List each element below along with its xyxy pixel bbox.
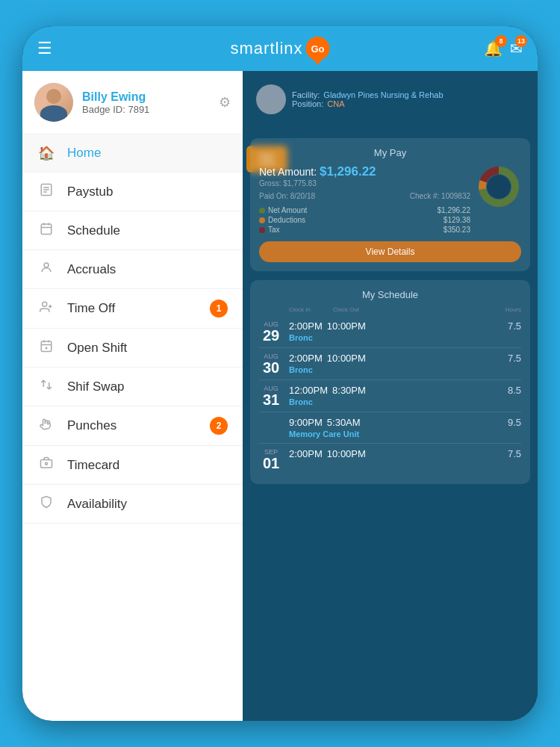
timecard-icon xyxy=(37,456,55,474)
check-num: Check #: 1009832 xyxy=(410,192,470,200)
unit-name: Bronc xyxy=(289,365,502,374)
open-shift-icon xyxy=(37,339,55,356)
hamburger-menu[interactable]: ☰ xyxy=(37,39,52,58)
schedule-icon xyxy=(37,222,55,239)
content-area: Billy Ewing Badge ID: 7891 ⚙ 🏠 Home xyxy=(22,71,538,721)
deduct-legend-value: $129.38 xyxy=(444,216,470,224)
svg-rect-12 xyxy=(41,341,52,352)
user-badge-id: Badge ID: 7891 xyxy=(82,104,210,115)
sched-times: 2:00PM 10:00PM Bronc xyxy=(289,320,502,342)
clock-in: 12:00PM xyxy=(289,385,328,396)
sidebar-item-shif-swap[interactable]: Shif Swap xyxy=(22,368,243,406)
pay-legend: Net Amount $1,296.22 Deductions $129.38 xyxy=(259,206,470,234)
sched-times: 9:00PM 5:30AM Memory Care Unit xyxy=(289,417,502,438)
hours: 9.5 xyxy=(508,417,521,428)
svg-rect-4 xyxy=(41,224,52,235)
schedule-row: SEP 01 2:00PM 10:00PM 7.5 xyxy=(259,444,521,475)
schedule-card: My Schedule Clock In Clock Out Hours AUG xyxy=(250,280,530,484)
svg-point-19 xyxy=(46,462,48,465)
sidebar: Billy Ewing Badge ID: 7891 ⚙ 🏠 Home xyxy=(22,71,243,721)
position-value: CNA xyxy=(327,99,344,108)
sidebar-item-label: Accruals xyxy=(67,262,116,277)
top-bar: ☰ smartlinx Go 🔔 8 ✉ 13 xyxy=(22,26,538,71)
app-logo: smartlinx Go xyxy=(230,37,329,61)
home-icon: 🏠 xyxy=(37,145,55,161)
sched-times: 2:00PM 10:00PM Bronc xyxy=(289,353,502,374)
clock-out: 10:00PM xyxy=(327,320,366,332)
hours: 7.5 xyxy=(508,353,521,364)
schedule-row: AUG 31 12:00PM 8:30PM Bronc 8.5 xyxy=(259,380,521,412)
tax-dot xyxy=(259,227,265,233)
sidebar-item-home[interactable]: 🏠 Home xyxy=(22,134,243,173)
sched-times: 2:00PM 10:00PM xyxy=(289,448,502,459)
svg-point-23 xyxy=(487,175,511,199)
sidebar-item-label: Time Off xyxy=(67,301,115,316)
user-name: Billy Ewing xyxy=(82,90,210,104)
sidebar-item-timecard[interactable]: Timecard xyxy=(22,446,243,485)
top-bar-icons: 🔔 8 ✉ 13 xyxy=(484,40,523,58)
sidebar-item-availability[interactable]: Availability xyxy=(22,485,243,524)
net-legend-label: Net Amount xyxy=(268,206,307,214)
sidebar-item-schedule[interactable]: Schedule xyxy=(22,211,243,250)
mail-badge: 13 xyxy=(515,35,527,47)
accruals-icon xyxy=(37,261,55,278)
tax-legend-label: Tax xyxy=(268,226,280,234)
clock-out: 10:00PM xyxy=(327,353,366,364)
pay-card-title: My Pay xyxy=(259,147,521,158)
hours: 7.5 xyxy=(508,320,521,332)
pay-card: My Pay Net Amount: $1,296.22 Gross: $1,7… xyxy=(250,138,530,271)
facility-value: Gladwyn Pines Nursing & Rehab xyxy=(323,90,443,99)
facility-label: Facility: xyxy=(292,90,320,99)
availability-icon xyxy=(37,495,55,512)
view-details-button[interactable]: View Details xyxy=(259,241,521,262)
sidebar-item-punches[interactable]: Punches 2 xyxy=(22,406,243,446)
net-amount-label: Net Amount: $1,296.22 xyxy=(259,164,470,179)
bell-badge: 8 xyxy=(495,35,507,47)
clock-out: 8:30PM xyxy=(332,385,366,396)
sched-day: 29 xyxy=(259,328,283,343)
shif-swap-icon xyxy=(37,378,55,395)
settings-icon[interactable]: ⚙ xyxy=(219,94,231,111)
messages-wrap[interactable]: ✉ 13 xyxy=(510,40,523,58)
pay-donut-chart xyxy=(476,164,521,209)
deduct-legend-label: Deductions xyxy=(268,216,305,224)
cards-area: My Pay Net Amount: $1,296.22 Gross: $1,7… xyxy=(243,131,538,492)
svg-point-9 xyxy=(43,302,47,306)
sidebar-item-paystub[interactable]: Paystub xyxy=(22,173,243,211)
svg-point-8 xyxy=(44,263,49,267)
logo-text: smartlinx xyxy=(230,39,302,58)
notification-bell-wrap[interactable]: 🔔 8 xyxy=(484,40,503,58)
punches-icon xyxy=(37,418,55,435)
schedule-card-title: My Schedule xyxy=(259,289,521,300)
position-line: Position: CNA xyxy=(292,99,444,108)
net-dot xyxy=(259,208,265,214)
main-panel: Open Shifts Facility: Gladwyn Pines Nurs… xyxy=(243,71,538,721)
sidebar-item-label: Home xyxy=(67,146,101,161)
avatar xyxy=(34,83,73,122)
sched-day: 01 xyxy=(259,456,283,471)
sidebar-item-label: Schedule xyxy=(67,223,120,238)
sidebar-item-open-shift[interactable]: Open Shift xyxy=(22,329,243,368)
main-user-details: Facility: Gladwyn Pines Nursing & Rehab … xyxy=(292,90,444,108)
sidebar-item-time-off[interactable]: Time Off 1 xyxy=(22,289,243,329)
sidebar-item-label: Paystub xyxy=(67,185,113,199)
sidebar-item-accruals[interactable]: Accruals xyxy=(22,250,243,289)
sidebar-item-label: Punches xyxy=(67,418,116,433)
net-legend-value: $1,296.22 xyxy=(438,206,471,214)
sidebar-item-label: Open Shift xyxy=(67,341,127,356)
gross-amount: Gross: $1,775.83 xyxy=(259,179,470,187)
clock-in: 2:00PM xyxy=(289,353,323,364)
svg-rect-18 xyxy=(41,460,52,468)
unit-name: Memory Care Unit xyxy=(289,430,502,438)
sidebar-item-label: Availability xyxy=(67,497,127,512)
sidebar-item-label: Timecard xyxy=(67,458,119,473)
device-frame: ☰ smartlinx Go 🔔 8 ✉ 13 xyxy=(22,26,538,721)
tax-legend-value: $350.23 xyxy=(444,226,470,234)
avatar-image xyxy=(34,83,73,122)
clock-in: 9:00PM xyxy=(289,417,323,428)
user-section: Billy Ewing Badge ID: 7891 ⚙ xyxy=(22,71,243,134)
clock-in: 2:00PM xyxy=(289,448,323,459)
net-amount-value: $1,296.22 xyxy=(320,164,376,179)
sched-day: 31 xyxy=(259,392,283,407)
col-out-label: Clock Out xyxy=(333,306,359,313)
